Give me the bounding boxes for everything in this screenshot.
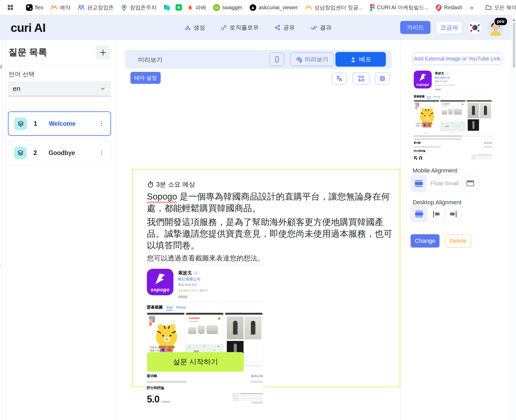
question-menu-button[interactable] [99, 150, 105, 156]
mobile-fullwidth-button[interactable] [462, 175, 479, 192]
app-header: curi AI 생성 로직플로우 공유 결과 가이드 요금제 [0, 15, 516, 40]
tablet-bezel [186, 313, 223, 315]
nav-label: 로직플로우 [230, 24, 259, 32]
tablet-bezel [414, 100, 439, 102]
mobile-preview-button[interactable] [270, 53, 284, 66]
scribble-icon [50, 5, 57, 10]
bookmark-seongnam[interactable]: 성남창업센터 정글... [305, 4, 363, 11]
bookmark-flex[interactable]: flex [26, 4, 43, 11]
tablet-bezel [147, 313, 184, 315]
welcome-block-canvas[interactable]: 3분 소요 예상 Sopogo 是一個專為韓國商品設計的直購平台，讓您無論身在何… [132, 169, 400, 387]
nav-generate[interactable]: 생성 [185, 24, 205, 32]
delete-image-button[interactable]: Delete [445, 234, 471, 248]
bookmark-label: 창업존주차 [130, 4, 156, 11]
desktop-align-center-button[interactable] [411, 206, 427, 222]
mobile-align-center-button[interactable] [411, 175, 427, 192]
question-list-sidebar: 질문 목록 언어 선택 en 1 Welcome 2 Goodbye [3, 40, 116, 420]
question-menu-button[interactable] [98, 120, 105, 127]
bookmark-teal[interactable] [164, 4, 170, 11]
language-select[interactable]: en [8, 81, 111, 96]
all-bookmarks-button[interactable]: 모든 북마크 [485, 4, 516, 11]
theme-settings-button[interactable]: 테마 설정 [130, 72, 161, 84]
fashion-photos [468, 103, 491, 118]
carousel-controls: ‹› [467, 132, 492, 133]
scrollbar-up-arrow-icon[interactable] [512, 19, 515, 21]
app-name: 索波戈 [435, 71, 444, 76]
intro-paragraph-1: Sopogo 是一個專為韓國商品設計的直購平台，讓您無論身在何處，都能輕鬆購買韓… [147, 191, 394, 214]
deploy-button[interactable]: 배포 [335, 52, 386, 67]
description-text-bar [414, 138, 461, 140]
apps-grid-icon [7, 4, 14, 11]
bookmark-askcuriai[interactable]: askcuriai_viewer [250, 4, 298, 11]
screenshots-scrollbar [414, 136, 492, 136]
tab-ipad: iPad [427, 96, 431, 99]
preview-button[interactable]: 미리보기 [290, 53, 334, 66]
text-bar [189, 321, 198, 322]
redash-icon [435, 3, 443, 11]
elements-shapes-button[interactable] [353, 73, 369, 84]
screenshot-card-fashion: ‹› [466, 100, 492, 134]
bookmark-redash[interactable]: Redash [436, 5, 462, 11]
question-item-welcome[interactable]: 1 Welcome [8, 111, 111, 136]
appstore-screenshot: sopogo 索波戈12+ 軟紅有限公司 專為 iPad 設計 ★★★★★5.0… [414, 71, 492, 160]
stopwatch-icon [147, 181, 154, 188]
screenshots-scrollbar-thumb [414, 136, 462, 136]
bookmark-pangyo[interactable]: 판교창업존 [78, 4, 114, 11]
bookmark-parking[interactable]: 창업존주차 [121, 4, 156, 11]
gear-icon [379, 75, 386, 82]
app-meta: 索波戈12+ 軟紅有限公司 專為 iPad 設計 ★★★★★5.0 • 2 個評… [435, 71, 455, 90]
star-rating-icon: ★★★★★ [435, 84, 443, 86]
start-survey-button[interactable]: 설문 시작하기 [147, 352, 244, 372]
bookmark-figma-curi[interactable]: CURI AI 마케팅빌드... [370, 4, 429, 11]
korea-flag-icon[interactable] [468, 21, 482, 34]
bookmarks-overflow-button[interactable]: » [470, 3, 473, 12]
screenshot-card-tiger: SPOGO [414, 100, 439, 134]
edge-text-fragment: K [0, 263, 1, 269]
desktop-align-right-button[interactable] [445, 206, 462, 222]
language-select-label: 언어 선택 [8, 70, 35, 78]
year-label: 1952 [445, 125, 449, 127]
question-type-icon [14, 147, 27, 159]
selected-image-thumbnail[interactable]: sopogo 索波戈12+ 軟紅有限公司 專為 iPad 設計 ★★★★★5.0… [414, 71, 493, 160]
parking-meter-icon [121, 4, 127, 11]
settings-button[interactable] [375, 73, 390, 84]
question-number: 1 [34, 120, 37, 127]
page-scrollbar[interactable] [511, 15, 516, 420]
guide-button[interactable]: 가이드 [400, 21, 430, 34]
scrollbar-thumb[interactable] [513, 23, 515, 68]
mint-band: 1952 [440, 122, 466, 132]
add-question-button[interactable] [96, 45, 110, 60]
bookmark-yeyak[interactable]: 예약 [50, 4, 70, 11]
app-name: 索波戈 [178, 270, 192, 276]
add-external-image-button[interactable]: Add External Image or YouTube Link [412, 53, 502, 65]
tablet-bezel [467, 100, 492, 102]
nav-share[interactable]: 공유 [274, 24, 295, 32]
mobile-size-select[interactable]: Float-Small [428, 175, 461, 192]
version-note-row [147, 381, 263, 383]
folder-icon [485, 4, 492, 11]
naver-icon: N [176, 4, 182, 11]
pencil-plus-icon [185, 24, 191, 31]
bookmark-swagger[interactable]: { } swagger [213, 4, 242, 11]
change-image-button[interactable]: Change [411, 234, 440, 248]
nav-label: 생성 [194, 24, 205, 32]
user-avatar[interactable]: pro [487, 19, 504, 36]
question-item-goodbye[interactable]: 2 Goodbye [8, 141, 111, 165]
translate-button[interactable] [332, 73, 347, 84]
nav-results[interactable]: 결과 [310, 24, 332, 32]
bookmark-label: Redash [444, 5, 462, 11]
align-right-icon [450, 211, 457, 217]
pro-badge: pro [494, 17, 508, 26]
tablet-bezel [225, 313, 262, 315]
pricing-button[interactable]: 요금제 [436, 21, 463, 34]
link-icon [221, 24, 227, 31]
tiger-caption: 大家好我是小包去 [150, 346, 162, 352]
bookmark-pave[interactable]: 파베 [187, 4, 206, 11]
apps-grid-button[interactable] [7, 4, 14, 11]
desktop-align-left-button[interactable] [428, 206, 445, 222]
bookmark-naver[interactable]: N [176, 4, 182, 11]
nav-logic-flow[interactable]: 로직플로우 [221, 24, 259, 32]
developer-link: 軟紅有限公司 [435, 76, 455, 79]
curi-ai-logo[interactable]: curi AI [11, 21, 45, 35]
screenshot-card-kitchen: Combi9+ 1952 ‹› [440, 100, 466, 134]
